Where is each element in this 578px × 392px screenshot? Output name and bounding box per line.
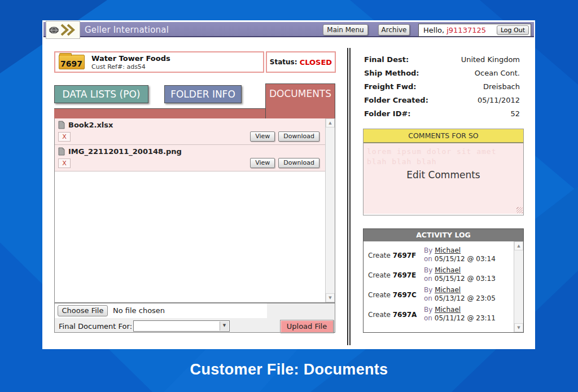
detail-row: Ship Method: Ocean Cont. (364, 66, 520, 80)
customer-name: Water Tower Foods (91, 54, 170, 63)
activity-log-scrollbar[interactable]: ▲ ▼ (514, 241, 523, 332)
document-actions-line: X View Download (58, 158, 322, 168)
detail-label: Final Dest: (364, 55, 409, 64)
log-on-label: on (424, 275, 435, 283)
detail-value: 05/11/2012 (478, 96, 520, 104)
file-input: Choose File No file chosen (55, 303, 267, 318)
cust-ref-value: ads54 (126, 63, 145, 71)
log-user-link[interactable]: Michael (435, 266, 461, 274)
detail-row: Folder Created: 05/11/2012 (364, 93, 520, 107)
page-caption: Customer File: Documents (0, 361, 578, 378)
log-folder-id: 7697F (393, 252, 417, 259)
document-title-line: Book2.xlsx (58, 121, 322, 129)
download-button[interactable]: Download (278, 158, 319, 168)
detail-label: Folder Created: (364, 96, 428, 104)
log-entry: Create 7697F By Michael on 05/15/12 @ 03… (364, 246, 514, 266)
upload-file-button[interactable]: Upload File (280, 320, 334, 333)
activity-log-header: ACTIVITY LOG (364, 229, 523, 241)
log-detail: By Michael on 05/11/12 @ 23:11 (424, 306, 496, 323)
log-on-label: on (424, 255, 435, 263)
status-value: CLOSED (300, 58, 332, 67)
folder-number: 7697 (60, 59, 82, 68)
activity-log: ACTIVITY LOG Create 7697F By Michael on … (363, 228, 524, 333)
scroll-down-icon[interactable]: ▼ (514, 323, 523, 332)
log-user-link[interactable]: Michael (435, 286, 461, 294)
log-entry: Create 7697A By Michael on 05/11/12 @ 23… (364, 305, 514, 325)
log-entry: Create 7697C By Michael on 05/13/12 @ 23… (364, 285, 514, 305)
chevron-logo-icon (60, 24, 77, 36)
final-document-select[interactable]: ▼ (133, 320, 230, 332)
scroll-up-icon[interactable]: ▲ (326, 118, 335, 127)
scroll-down-icon[interactable]: ▼ (326, 293, 335, 302)
log-action-label: Create (368, 291, 393, 299)
document-list: Book2.xlsx X View Download IMG_2211 (54, 118, 335, 303)
document-actions-line: X View Download (58, 131, 322, 142)
delete-document-button[interactable]: X (58, 158, 71, 168)
comments-placeholder-text: lorem ipsum dolor sit amet blah blah bla… (367, 147, 521, 167)
customer-ref: Cust Ref#: ads54 (91, 63, 146, 71)
activity-log-body: Create 7697F By Michael on 05/15/12 @ 03… (364, 241, 523, 332)
delete-document-button[interactable]: X (58, 132, 71, 142)
upload-panel: Choose File No file chosen Final Documen… (54, 303, 335, 333)
log-by-label: By (424, 306, 435, 314)
log-timestamp: 05/13/12 @ 23:05 (435, 294, 496, 302)
download-button[interactable]: Download (278, 131, 319, 142)
view-button[interactable]: View (250, 158, 275, 168)
tab-data-lists[interactable]: DATA LISTS (PO) (54, 85, 148, 103)
comments-body: lorem ipsum dolor sit amet blah blah bla… (364, 143, 523, 214)
log-by-label: By (424, 286, 435, 294)
detail-value: Ocean Cont. (475, 69, 520, 77)
status-label: Status: (270, 58, 300, 66)
document-name: Book2.xlsx (68, 121, 113, 129)
log-timestamp: 05/15/12 @ 03:14 (435, 255, 496, 263)
log-on-label: on (424, 294, 435, 302)
detail-value: Dreisbach (483, 82, 520, 91)
log-by-label: By (424, 266, 435, 274)
log-detail: By Michael on 05/15/12 @ 03:13 (424, 266, 496, 283)
greeting-label: Hello, (423, 26, 446, 34)
status-box: Status: CLOSED (266, 51, 336, 73)
folder-header: 7697 Water Tower Foods Cust Ref#: ads54 (54, 51, 264, 73)
log-on-label: on (424, 314, 435, 322)
edit-comments-link[interactable]: Edit Comments (364, 169, 523, 180)
dropdown-arrow-icon[interactable]: ▼ (220, 321, 229, 331)
detail-row: Folder ID#: 52 (364, 107, 520, 120)
log-timestamp: 05/11/12 @ 23:11 (435, 314, 496, 322)
detail-label: Ship Method: (364, 69, 419, 77)
log-entry: Create 7697E By Michael on 05/15/12 @ 03… (364, 266, 514, 285)
app-title: Geller International (85, 25, 169, 35)
app-window: Geller International Main Menu Archive H… (42, 20, 535, 349)
log-action: Create 7697C (368, 291, 417, 299)
document-name: IMG_22112011_200148.png (68, 147, 182, 156)
log-user-link[interactable]: Michael (435, 246, 461, 254)
log-out-button[interactable]: Log Out (497, 25, 529, 35)
log-action: Create 7697A (368, 311, 417, 319)
globe-icon (49, 27, 59, 34)
company-logo (46, 21, 80, 39)
document-row: Book2.xlsx X View Download (55, 118, 325, 145)
log-action-label: Create (368, 252, 393, 259)
view-button[interactable]: View (250, 131, 275, 142)
log-folder-id: 7697C (393, 291, 417, 299)
archive-button[interactable]: Archive (378, 24, 410, 36)
detail-label: Freight Fwd: (364, 82, 416, 91)
tab-documents[interactable]: DOCUMENTS (265, 83, 335, 118)
username: j91137125 (446, 26, 486, 34)
log-timestamp: 05/15/12 @ 03:13 (435, 275, 496, 283)
document-list-scrollbar[interactable]: ▲ ▼ (325, 118, 335, 302)
detail-value: 52 (510, 109, 520, 118)
log-by-label: By (424, 246, 435, 254)
cust-ref-label: Cust Ref#: (91, 63, 126, 71)
log-action-label: Create (368, 271, 393, 279)
log-folder-id: 7697A (393, 311, 417, 319)
file-chosen-status: No file chosen (113, 306, 165, 315)
log-user-link[interactable]: Michael (435, 306, 461, 314)
final-document-label: Final Document For: (59, 322, 132, 331)
scroll-up-icon[interactable]: ▲ (514, 241, 523, 250)
detail-row: Final Dest: United Kingdom (364, 52, 520, 66)
tab-folder-info[interactable]: FOLDER INFO (164, 85, 242, 103)
choose-file-button[interactable]: Choose File (58, 305, 108, 316)
main-menu-button[interactable]: Main Menu (323, 24, 368, 36)
comments-box: COMMENTS FOR SO lorem ipsum dolor sit am… (363, 129, 524, 215)
resize-grip-icon[interactable] (516, 207, 523, 213)
